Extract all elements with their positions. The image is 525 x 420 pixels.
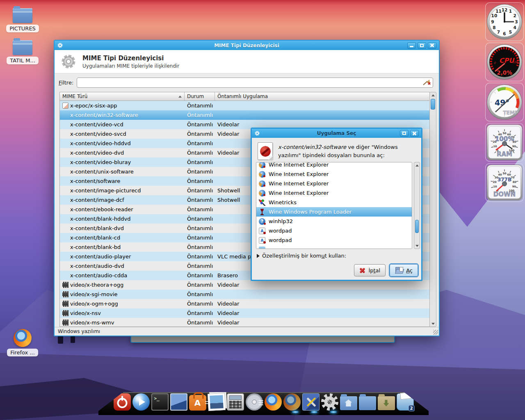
application-list-item[interactable]: Wine Internet Explorer (256, 188, 412, 198)
mime-status: Öntanımlı (185, 187, 215, 194)
background-window-edge[interactable] (130, 336, 395, 343)
table-row[interactable]: video/x-theora+ogg Öntanımlı Videolar (60, 280, 429, 290)
statusbar: Windows yazılımı (55, 327, 439, 336)
application-list-scrollbar[interactable] (414, 162, 420, 249)
dock-photos[interactable] (207, 393, 225, 411)
clock-number: 4 (513, 25, 516, 30)
clock-number: 9 (491, 19, 494, 24)
table-row[interactable]: x-epoc/x-sisx-app Öntanımlı (60, 101, 429, 110)
mime-status: Öntanımlı (185, 225, 215, 231)
dock-home-folder[interactable] (340, 396, 357, 410)
close-button[interactable] (428, 42, 436, 49)
mime-type-icon (62, 310, 68, 316)
mime-type: x-content/video-bluray (70, 159, 131, 165)
temp-gadget[interactable]: 49° TEMP (485, 83, 524, 121)
mime-status: Öntanımlı (185, 272, 215, 278)
filter-row: Filtre: (55, 73, 439, 91)
scroll-down-arrow[interactable] (430, 321, 436, 326)
mime-status: Öntanımlı (185, 197, 215, 203)
application-list-item[interactable] (256, 245, 412, 249)
dock-media-player[interactable] (132, 393, 150, 411)
mime-type: x-content/audio-player (70, 253, 131, 260)
table-row[interactable]: x-content/win32-software Öntanımlı (60, 110, 429, 120)
broom-clear-icon[interactable] (422, 79, 431, 86)
dock-terminal[interactable] (151, 393, 169, 411)
mime-status: Öntanımlı (185, 235, 215, 241)
minimize-button[interactable] (407, 42, 416, 49)
mime-type: x-content/image-picturecd (70, 187, 141, 194)
dock-downloads-folder[interactable] (378, 396, 395, 410)
column-header-mime-type[interactable]: MIME Türü (60, 92, 185, 100)
filter-input[interactable] (79, 80, 422, 86)
dock-settings-gear[interactable] (321, 393, 338, 411)
mime-type: x-content/blank-hddvd (70, 216, 131, 222)
cpu-scale-max: 100 (512, 61, 518, 64)
mime-default-app: Videolar (215, 301, 429, 307)
desktop-icon-tatil[interactable]: TATIL M... (5, 40, 40, 64)
dock-software-center[interactable] (189, 395, 206, 411)
mime-type: x-content/blank-dvd (70, 225, 124, 231)
ram-gadget[interactable]: 0 10 20 30 40 50 60 70 80 90 100 100% RA… (485, 123, 524, 162)
resize-grip[interactable] (433, 330, 438, 335)
header-title: MIME Tipi Düzenleyicisi (82, 55, 179, 62)
dock-documents-folder[interactable] (359, 396, 376, 410)
down-gadget[interactable]: 0 10 20 30 40 50 60 70 80 90 100 377B DO… (485, 163, 524, 202)
desktop-icon-label: TATIL M... (7, 57, 39, 64)
clock-gadget[interactable]: 12 1 2 3 4 5 6 7 8 9 10 11 (485, 2, 524, 41)
mime-status: Öntanımlı (185, 178, 215, 184)
table-row[interactable]: video/x-nsv Öntanımlı Videolar (60, 308, 429, 318)
dock-system-tools[interactable] (302, 393, 320, 411)
dock: 2 (98, 392, 429, 415)
mime-status: Öntanımlı (185, 301, 215, 307)
application-list-item[interactable]: wordpad (256, 235, 412, 245)
mime-type: video/x-ms-wmv (70, 320, 114, 326)
desktop-icon-pictures[interactable]: PICTURES (5, 8, 40, 32)
desktop-icon-firefox[interactable]: Firefox ... (5, 329, 40, 356)
application-icon (259, 237, 265, 244)
application-list-item[interactable]: Wine Windows Program Loader (256, 207, 412, 217)
application-name: wordpad (269, 237, 292, 243)
table-row[interactable]: video/x-sgi-movie Öntanımlı (60, 290, 429, 299)
application-icon (259, 171, 265, 178)
dock-firefox-alt[interactable] (283, 393, 301, 411)
application-list-item[interactable]: Winetricks (256, 198, 412, 207)
open-button[interactable]: Aç (390, 264, 418, 276)
dock-calculator[interactable] (227, 393, 244, 411)
dialog-maximize-button[interactable] (400, 130, 409, 137)
clock-number: 5 (509, 30, 512, 34)
table-row[interactable]: video/x-ogm+ogg Öntanımlı Videolar (60, 299, 429, 308)
filter-input-box[interactable] (77, 78, 433, 88)
dialog-close-button[interactable] (410, 130, 419, 137)
scroll-down-arrow[interactable] (414, 243, 420, 249)
maximize-button[interactable] (418, 42, 426, 49)
column-header-status[interactable]: Durum (185, 92, 215, 100)
dock-desktop[interactable] (170, 393, 187, 411)
application-list-item[interactable]: winhlp32 (256, 217, 412, 226)
dialog-titlebar[interactable]: Uygulama Seç (252, 129, 421, 138)
application-list-item[interactable]: wordpad (256, 226, 412, 235)
column-header-default-app[interactable]: Öntanımlı Uygulama (215, 92, 429, 100)
application-list-item[interactable]: Wine Internet Explorer (256, 179, 412, 188)
mime-status: Öntanımlı (185, 121, 215, 128)
custom-command-expander[interactable]: Özelleştirilmiş bir komut kullan: (257, 253, 346, 259)
application-icon (259, 218, 265, 225)
table-scrollbar[interactable] (429, 92, 436, 327)
mime-status: Öntanımlı (185, 282, 215, 288)
cpu-gadget[interactable]: CPU 0 100 2,0% (485, 43, 524, 81)
dialog-gear-icon (254, 130, 260, 136)
application-list-item[interactable]: Wine Internet Explorer (256, 169, 412, 179)
scroll-up-arrow[interactable] (414, 162, 420, 168)
window-indicator-dashes (258, 400, 263, 405)
table-row[interactable]: video/x-ms-wmv Öntanımlı Videolar (60, 318, 429, 327)
cancel-button[interactable]: İptal (354, 264, 386, 276)
mime-status: Öntanımlı (185, 320, 215, 326)
mime-type-emphasis: x-content/win32-software (278, 144, 346, 150)
scrollbar-thumb[interactable] (415, 220, 419, 233)
cpu-gauge: CPU 0 100 2,0% (486, 43, 523, 80)
mime-status: Öntanımlı (185, 253, 215, 260)
titlebar[interactable]: MIME Tipi Düzenleyicisi (55, 41, 439, 50)
scroll-up-arrow[interactable] (430, 92, 436, 98)
scrollbar-thumb[interactable] (431, 99, 435, 110)
dock-firefox[interactable] (265, 393, 282, 411)
application-list-item[interactable]: Wine Internet Explorer (256, 162, 412, 169)
